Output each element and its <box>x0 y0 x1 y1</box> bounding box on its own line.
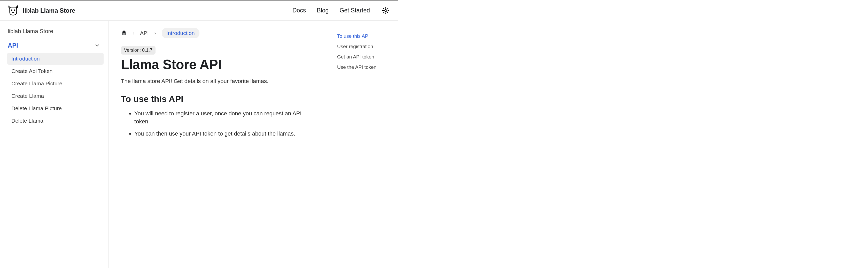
svg-line-10 <box>387 8 388 9</box>
breadcrumb-api[interactable]: API <box>140 30 149 36</box>
llama-logo-icon <box>7 5 19 17</box>
sun-icon <box>382 7 390 15</box>
home-icon <box>121 29 127 36</box>
usage-bullets: You will need to register a user, once d… <box>121 110 318 138</box>
breadcrumb: › API › Introduction <box>121 28 318 38</box>
sidebar-title: liblab Llama Store <box>7 28 103 35</box>
nav-get-started[interactable]: Get Started <box>339 7 370 14</box>
breadcrumb-home[interactable] <box>121 29 127 37</box>
sidebar-item-create-llama-picture[interactable]: Create Llama Picture <box>7 78 103 89</box>
chevron-down-icon <box>94 43 100 48</box>
toc-link-use-the-api-token[interactable]: Use the API token <box>337 62 393 73</box>
sidebar-item-delete-llama-picture[interactable]: Delete Llama Picture <box>7 102 103 114</box>
top-nav: Docs Blog Get Started <box>292 6 391 16</box>
svg-point-2 <box>385 9 387 11</box>
section-to-use-this-api: To use this API <box>121 94 318 104</box>
toc-link-to-use-this-api[interactable]: To use this API <box>337 31 393 42</box>
sidebar-item-delete-llama[interactable]: Delete Llama <box>7 115 103 127</box>
sidebar: liblab Llama Store API Introduction Crea… <box>0 21 108 268</box>
blank-region <box>398 0 868 268</box>
page-lead: The llama store API! Get details on all … <box>121 78 318 85</box>
list-item: You can then use your API token to get d… <box>134 130 318 138</box>
chevron-right-icon: › <box>154 30 156 36</box>
svg-line-7 <box>383 8 384 9</box>
brand[interactable]: liblab Llama Store <box>7 5 75 17</box>
svg-line-9 <box>383 12 384 13</box>
sidebar-item-introduction[interactable]: Introduction <box>7 53 103 65</box>
toc-link-get-an-api-token[interactable]: Get an API token <box>337 52 393 62</box>
sidebar-section-label: API <box>8 42 18 49</box>
sidebar-item-create-api-token[interactable]: Create Api Token <box>7 65 103 77</box>
brand-title: liblab Llama Store <box>23 7 75 14</box>
topbar: liblab Llama Store Docs Blog Get Started <box>0 0 398 21</box>
nav-blog[interactable]: Blog <box>317 7 329 14</box>
toc-link-user-registration[interactable]: User registration <box>337 42 393 52</box>
page-title: Llama Store API <box>121 57 318 72</box>
main-content: › API › Introduction Version: 0.1.7 Llam… <box>108 21 331 268</box>
svg-line-8 <box>387 12 388 13</box>
sidebar-item-create-llama[interactable]: Create Llama <box>7 90 103 102</box>
theme-toggle-button[interactable] <box>381 6 391 16</box>
breadcrumb-current: Introduction <box>162 28 199 38</box>
sidebar-section-api[interactable]: API <box>7 41 103 50</box>
svg-point-0 <box>11 9 12 10</box>
list-item: You will need to register a user, once d… <box>134 110 318 126</box>
version-badge: Version: 0.1.7 <box>121 46 156 55</box>
svg-point-1 <box>14 9 15 10</box>
table-of-contents: To use this API User registration Get an… <box>331 21 398 268</box>
nav-docs[interactable]: Docs <box>292 7 306 14</box>
chevron-right-icon: › <box>133 30 134 36</box>
